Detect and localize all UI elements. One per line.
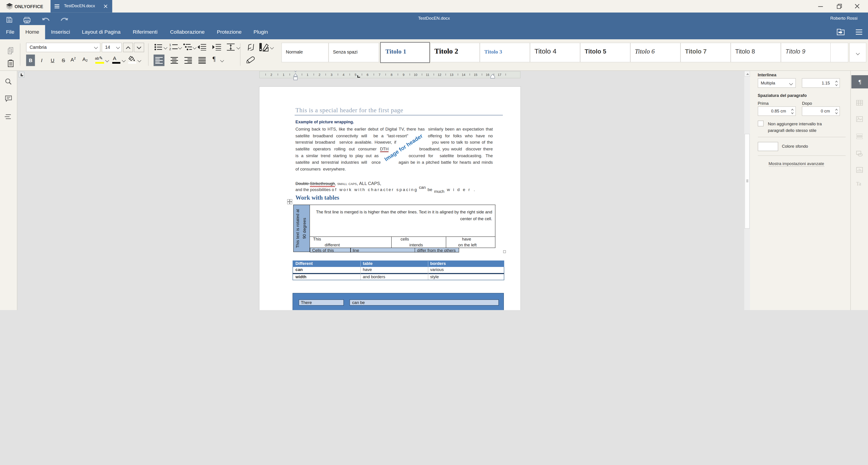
svg-text:2: 2 — [169, 47, 171, 51]
svg-text:1: 1 — [169, 43, 171, 47]
